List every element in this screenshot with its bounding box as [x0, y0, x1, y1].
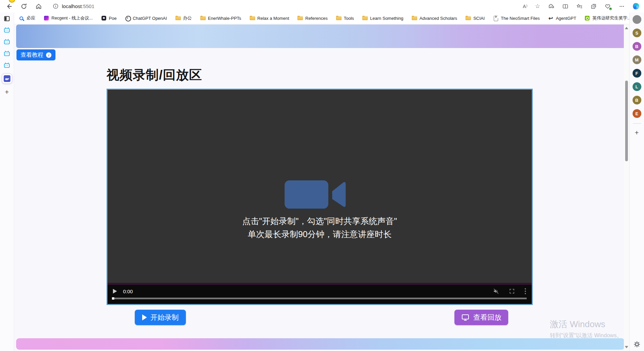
sidebar-avatar[interactable]: B	[633, 42, 641, 51]
scroll-down-arrow-icon[interactable]	[625, 346, 628, 348]
browser-essentials-icon[interactable]	[605, 3, 611, 9]
more-options-icon[interactable]	[619, 3, 625, 9]
bookmark-icon	[297, 16, 303, 21]
split-screen-icon[interactable]	[562, 3, 568, 9]
bookmark-icon	[548, 16, 554, 21]
sidebar-avatar[interactable]: L	[633, 82, 641, 91]
bookmark-item[interactable]: 办公	[175, 15, 192, 21]
bookmark-item[interactable]: Tools	[336, 16, 354, 21]
view-tutorial-button[interactable]: 查看教程 i	[16, 49, 55, 60]
sidebar-avatar[interactable]: F	[633, 69, 641, 78]
bookmark-label: Advanced Scholars	[419, 16, 457, 21]
settings-gear-icon[interactable]	[634, 341, 640, 348]
copilot-icon[interactable]	[633, 3, 639, 9]
bookmark-label: 必应	[27, 15, 35, 21]
bookmark-icon	[466, 16, 471, 21]
sidebar-avatar[interactable]: E	[633, 109, 641, 118]
bookmark-label: SCIAI	[473, 16, 485, 21]
tab-actions-icon[interactable]	[3, 15, 11, 22]
play-icon	[142, 314, 147, 320]
avatar-letter: B	[635, 98, 638, 103]
view-playback-label: 查看回放	[473, 313, 501, 322]
video-controls: 0:00	[108, 283, 532, 304]
bookmark-item[interactable]: 必应	[19, 15, 35, 21]
refresh-button[interactable]	[20, 3, 28, 10]
new-tab-plus-icon[interactable]: +	[3, 88, 11, 95]
mute-icon[interactable]	[493, 288, 499, 295]
start-recording-button[interactable]: 开始录制	[135, 310, 186, 325]
tab-bilibili-icon[interactable]	[3, 38, 11, 46]
view-playback-button[interactable]: 查看回放	[454, 310, 508, 325]
start-recording-label: 开始录制	[151, 313, 179, 322]
tab-bilibili-icon[interactable]	[3, 27, 11, 34]
bookmark-label: ChatGPT OpenAI	[133, 16, 167, 21]
bookmark-icon	[336, 16, 341, 21]
tab-bilibili-icon[interactable]	[3, 62, 11, 69]
page-scrollbar[interactable]	[624, 24, 629, 351]
read-aloud-icon[interactable]: A	[523, 4, 527, 9]
tab-bilibili-icon[interactable]	[3, 50, 11, 57]
bookmark-item[interactable]: AgentGPT	[548, 16, 576, 21]
video-camera-icon	[282, 180, 357, 209]
bookmark-label: Recgent - 线上会议...	[51, 15, 93, 21]
back-button[interactable]	[5, 3, 13, 10]
watermark-line1: 激活 Windows	[550, 318, 622, 330]
video-time: 0:00	[123, 289, 133, 294]
bookmark-item[interactable]: Learn Something	[362, 16, 403, 21]
video-timeline[interactable]	[112, 298, 527, 299]
sidebar-avatar[interactable]: S	[633, 29, 641, 37]
sidebar-divider	[633, 123, 641, 124]
sidebar-avatar[interactable]: B	[633, 96, 641, 104]
bookmark-icon	[493, 16, 498, 21]
avatar-letter: B	[635, 44, 638, 49]
edge-sidebar: S B M F L B E +	[629, 12, 644, 351]
bookmark-label: Poe	[109, 16, 117, 21]
avatar-letter: F	[636, 71, 638, 76]
collections-icon[interactable]	[591, 3, 597, 9]
site-info-icon[interactable]	[52, 3, 59, 9]
video-placeholder: 点击"开始录制"，勾选"同时共享系统声音" 单次最长录制90分钟，请注意讲座时长	[108, 180, 532, 241]
bookmark-item[interactable]: 英伟达研究生奖学...	[585, 15, 631, 21]
browser-toolbar: localhost:5501 A ☆	[0, 0, 644, 12]
url-text[interactable]: localhost:5501	[62, 3, 94, 9]
bookmark-item[interactable]: ChatGPT OpenAI	[125, 16, 167, 21]
bookmark-label: Tools	[344, 16, 354, 21]
tab-whale-active[interactable]	[2, 74, 12, 84]
extensions-icon[interactable]	[548, 3, 554, 9]
view-tutorial-label: 查看教程	[21, 51, 43, 59]
bookmark-item[interactable]: Recgent - 线上会议...	[44, 15, 93, 21]
gradient-banner	[16, 25, 625, 48]
vertical-tab-strip: +	[0, 12, 14, 351]
scroll-up-arrow-icon[interactable]	[625, 27, 628, 29]
bookmark-label: References	[305, 16, 327, 21]
video-hint-line1: 点击"开始录制"，勾选"同时共享系统声音"	[108, 215, 532, 228]
bookmark-label: AgentGPT	[556, 16, 576, 21]
bookmark-icon	[362, 16, 368, 21]
monitor-icon	[461, 313, 470, 321]
bookmark-icon	[585, 16, 590, 21]
fullscreen-icon[interactable]	[509, 288, 515, 294]
page-content: 查看教程 i 视频录制/回放区 点击"开始录制"，勾选"同时共享系统声音" 单次…	[14, 24, 625, 351]
sidebar-avatar[interactable]	[633, 15, 641, 24]
bookmark-item[interactable]: Relax a Moment	[250, 16, 289, 21]
sidebar-avatar[interactable]: M	[633, 55, 641, 64]
bookmark-item[interactable]: SCIAI	[466, 16, 485, 21]
bookmark-item[interactable]: References	[297, 16, 327, 21]
bookmark-item[interactable]: Advanced Scholars	[412, 16, 457, 21]
video-player[interactable]: 点击"开始录制"，勾选"同时共享系统声音" 单次最长录制90分钟，请注意讲座时长…	[107, 89, 533, 305]
bookmark-item[interactable]: Poe	[101, 16, 117, 21]
bookmark-icon	[412, 16, 417, 21]
play-button[interactable]	[113, 289, 117, 294]
sidebar-add-icon[interactable]: +	[635, 129, 639, 136]
home-button[interactable]	[35, 3, 42, 10]
favorites-hub-icon[interactable]	[576, 3, 582, 9]
address-bar[interactable]: localhost:5501	[52, 0, 94, 12]
scrollbar-thumb[interactable]	[625, 81, 628, 161]
bookmark-icon	[44, 16, 49, 21]
bookmark-icon	[200, 16, 206, 21]
bookmark-item[interactable]: EnerWhale-PPTs	[200, 16, 241, 21]
bookmark-item[interactable]: The NeoSmart Files	[493, 16, 540, 21]
favorite-star-icon[interactable]: ☆	[535, 3, 540, 9]
bookmark-label: The NeoSmart Files	[501, 16, 540, 21]
more-controls-icon[interactable]	[524, 288, 526, 295]
